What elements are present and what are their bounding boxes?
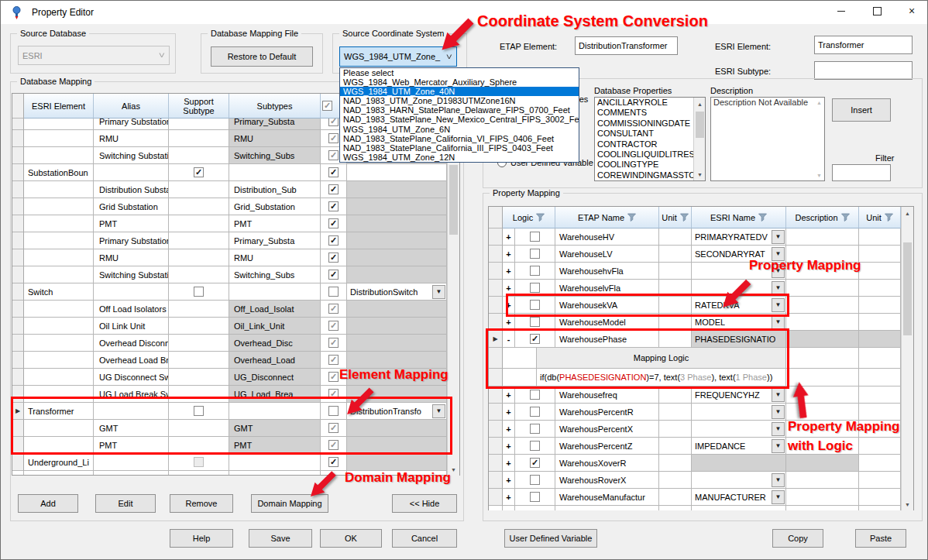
unit2-cell[interactable] [859, 387, 901, 404]
logic-cell[interactable] [515, 314, 555, 331]
description-cell[interactable] [786, 297, 859, 314]
expand-cell[interactable]: + [503, 421, 515, 438]
etap-name-cell[interactable]: WarehousePhase [555, 331, 659, 348]
support-subtype-cell[interactable] [169, 181, 229, 198]
etap-name-cell[interactable]: Warehousefreq [555, 387, 659, 404]
esri-element-cell[interactable] [24, 198, 94, 215]
expand-button[interactable]: + [506, 424, 510, 434]
dropdown-button-icon[interactable]: ▼ [772, 230, 785, 244]
unit-cell[interactable] [659, 331, 692, 348]
coord-option[interactable]: NAD_1983_HARN_StatePlane_Delaware_FIPS_0… [340, 105, 579, 115]
etap-name-cell[interactable]: WarehousRoverX [555, 472, 659, 489]
prop-header-logic[interactable]: Logic [503, 207, 555, 228]
skip-mapping-checkbox[interactable]: ✓ [328, 201, 339, 211]
expand-button[interactable]: + [506, 441, 510, 451]
dropdown-button-icon[interactable]: ▼ [772, 473, 785, 487]
prop-row-header[interactable] [489, 369, 503, 387]
expand-cell[interactable]: + [503, 404, 515, 421]
skip-mapping-cell[interactable]: ✓ [321, 198, 347, 215]
expand-cell[interactable]: + [503, 438, 515, 455]
support-subtype-cell[interactable] [169, 147, 229, 164]
filter-funnel-icon[interactable] [758, 213, 767, 222]
subtypes-cell[interactable]: RMU [229, 130, 321, 147]
expand-button[interactable]: + [506, 493, 510, 502]
scroll-thumb[interactable] [903, 242, 912, 335]
subtypes-cell[interactable]: Switching_Subs [229, 147, 321, 164]
minimize-button[interactable] [826, 1, 857, 21]
skip-all-checkbox[interactable]: ✓ [322, 101, 332, 111]
unit2-cell[interactable] [859, 280, 901, 297]
etap-name-cell[interactable]: WarehousPercentR [555, 404, 659, 421]
alias-cell[interactable] [94, 164, 169, 181]
etap-name-cell[interactable]: WarehouseModel [555, 314, 659, 331]
description-cell[interactable] [786, 472, 859, 489]
etap-name-cell[interactable]: WarehousekVA [555, 297, 659, 314]
expand-button[interactable]: + [506, 232, 510, 242]
unit2-cell[interactable] [859, 489, 901, 506]
scroll-up-icon[interactable]: ▲ [694, 98, 706, 110]
unit-cell[interactable] [659, 246, 692, 263]
logic-cell[interactable] [515, 387, 555, 404]
prop-row-header[interactable]: ▶ [489, 331, 503, 348]
db-row-header[interactable] [12, 164, 24, 181]
logic-cell[interactable] [515, 263, 555, 280]
prop-header-etap-name[interactable]: ETAP Name [555, 207, 659, 228]
subtypes-cell[interactable] [229, 164, 321, 181]
esri-element-cell[interactable] [24, 147, 94, 164]
db-property-item[interactable]: COOLINGTYPE [595, 160, 705, 170]
logic-checkbox[interactable] [530, 424, 540, 434]
insert-button[interactable]: Insert [832, 98, 891, 122]
db-property-item[interactable]: COMMISSIONINGDATE [595, 119, 705, 129]
etap-name-cell[interactable]: WarehouselvFla [555, 280, 659, 297]
db-header-esri-element[interactable]: ESRI Element [24, 94, 94, 119]
etap-name-cell[interactable]: WarehousPercentX [555, 421, 659, 438]
scroll-down-icon[interactable]: ▼ [694, 168, 706, 180]
alias-cell[interactable]: RMU [94, 130, 169, 147]
prop-header-unit-2[interactable]: Unit [859, 207, 901, 228]
logic-checkbox[interactable] [530, 407, 540, 417]
support-subtype-cell[interactable] [169, 119, 229, 130]
esri-name-cell[interactable]: MODEL▼ [692, 314, 786, 331]
etap-name-cell[interactable]: WarehousPercentZ [555, 438, 659, 455]
unit-cell[interactable] [659, 438, 692, 455]
coord-option[interactable]: NAD_1983_StatePlane_New_Mexico_Central_F… [340, 115, 579, 124]
prop-table-scrollbar[interactable]: ▲▼ [901, 207, 913, 510]
db-property-item[interactable]: ANCILLARYROLE [595, 98, 705, 108]
alias-cell[interactable]: Grid Substation [94, 198, 169, 215]
scroll-thumb[interactable] [696, 112, 704, 138]
unit-cell[interactable] [659, 489, 692, 506]
logic-checkbox[interactable] [530, 317, 540, 327]
logic-checkbox[interactable]: ✓ [530, 334, 540, 344]
logic-checkbox[interactable] [530, 441, 540, 451]
support-subtype-cell[interactable] [169, 198, 229, 215]
support-subtype-cell[interactable]: ✓ [169, 164, 229, 181]
esri-element-cell[interactable] [24, 130, 94, 147]
scroll-up-icon[interactable]: ▲ [902, 207, 913, 219]
unit2-cell[interactable] [859, 228, 901, 246]
cancel-button[interactable]: Cancel [392, 529, 457, 548]
expand-button[interactable]: - [507, 335, 510, 344]
db-header-alias[interactable]: Alias [94, 94, 169, 119]
logic-checkbox[interactable] [530, 232, 540, 242]
skip-mapping-cell[interactable]: ✓ [321, 181, 347, 198]
prop-row-header[interactable] [489, 387, 503, 404]
prop-header-esri-name[interactable]: ESRI Name [692, 207, 786, 228]
unit-cell[interactable] [659, 472, 692, 489]
etap-name-cell[interactable]: WarehouseHV [555, 228, 659, 246]
unit-cell[interactable] [659, 297, 692, 314]
esri-name-cell[interactable]: ▼ [692, 472, 786, 489]
filter-funnel-icon[interactable] [536, 213, 545, 222]
prop-row-header[interactable] [489, 263, 503, 280]
esri-name-cell[interactable]: IMPEDANCE▼ [692, 438, 786, 455]
skip-mapping-checkbox[interactable]: ✓ [328, 133, 339, 143]
dropdown-button-icon[interactable]: ▼ [772, 315, 785, 329]
dropdown-button-icon[interactable]: ▼ [772, 490, 785, 504]
copy-button[interactable]: Copy [772, 529, 823, 548]
db-row-header[interactable] [12, 119, 24, 130]
logic-cell[interactable] [515, 228, 555, 246]
expand-cell[interactable]: + [503, 489, 515, 506]
props-scrollbar[interactable]: ▲▼ [693, 98, 706, 180]
logic-checkbox[interactable] [530, 390, 540, 400]
prop-row-header[interactable] [489, 228, 503, 246]
prop-row-header[interactable] [489, 348, 503, 369]
